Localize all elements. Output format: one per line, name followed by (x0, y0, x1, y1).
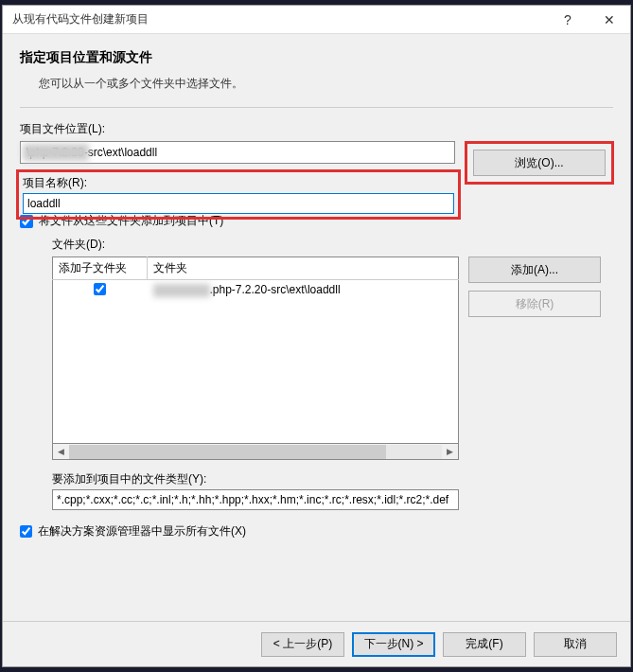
name-highlight: 项目名称(R): (16, 169, 461, 220)
folders-label: 文件夹(D): (52, 237, 613, 253)
titlebar-buttons: ? ✕ (547, 6, 630, 34)
close-button[interactable]: ✕ (589, 6, 630, 34)
col-folder[interactable]: 文件夹 (148, 257, 459, 280)
dialog-window: 从现有代码文件创建新项目 ? ✕ 指定项目位置和源文件 您可以从一个或多个文件夹… (2, 5, 631, 667)
titlebar: 从现有代码文件创建新项目 ? ✕ (3, 6, 630, 34)
finish-button[interactable]: 完成(F) (443, 632, 526, 657)
filetypes-label: 要添加到项目中的文件类型(Y): (52, 471, 613, 487)
table-row[interactable]: .php-7.2.20-src\ext\loaddll (53, 280, 459, 302)
row-checkbox[interactable] (94, 283, 106, 295)
row-path: .php-7.2.20-src\ext\loaddll (210, 283, 341, 296)
name-label: 项目名称(R): (23, 175, 454, 191)
folders-section: 文件夹(D): 添加子文件夹 文件夹 .php- (52, 237, 613, 510)
remove-folder-button[interactable]: 移除(R) (468, 291, 601, 317)
separator (20, 107, 613, 108)
scroll-track[interactable] (69, 445, 442, 459)
dialog-content: 指定项目位置和源文件 您可以从一个或多个文件夹中选择文件。 项目文件位置(L):… (3, 34, 630, 621)
location-label: 项目文件位置(L): (20, 121, 613, 137)
dialog-footer: < 上一步(P) 下一步(N) > 完成(F) 取消 (3, 621, 630, 666)
folders-table[interactable]: 添加子文件夹 文件夹 .php-7.2.20-src\ext\loaddll (52, 256, 459, 444)
folders-row: 添加子文件夹 文件夹 .php-7.2.20-src\ext\loaddll (52, 256, 613, 460)
page-subtitle: 您可以从一个或多个文件夹中选择文件。 (39, 76, 613, 92)
window-title: 从现有代码文件创建新项目 (12, 11, 547, 27)
filetypes-input[interactable] (52, 489, 459, 510)
browse-highlight: 浏览(O)... (465, 141, 614, 185)
scroll-thumb[interactable] (69, 445, 386, 459)
scroll-left-icon[interactable]: ◀ (53, 445, 69, 459)
scroll-right-icon[interactable]: ▶ (442, 445, 458, 459)
show-all-row: 在解决方案资源管理器中显示所有文件(X) (20, 523, 613, 539)
cancel-button[interactable]: 取消 (534, 632, 617, 657)
page-title: 指定项目位置和源文件 (20, 49, 613, 66)
help-button[interactable]: ? (547, 6, 589, 34)
show-all-label: 在解决方案资源管理器中显示所有文件(X) (38, 523, 246, 539)
horizontal-scrollbar[interactable]: ◀ ▶ (52, 444, 459, 460)
redacted-region (23, 144, 89, 161)
redacted-region (153, 284, 210, 297)
show-all-checkbox[interactable] (20, 525, 32, 538)
next-button[interactable]: 下一步(N) > (352, 632, 435, 657)
browse-button[interactable]: 浏览(O)... (473, 150, 606, 176)
prev-button[interactable]: < 上一步(P) (261, 632, 344, 657)
folders-table-wrap: 添加子文件夹 文件夹 .php-7.2.20-src\ext\loaddll (52, 256, 459, 460)
folder-buttons: 添加(A)... 移除(R) (468, 256, 601, 317)
name-input[interactable] (23, 193, 454, 214)
col-add-sub[interactable]: 添加子文件夹 (53, 257, 148, 280)
add-folder-button[interactable]: 添加(A)... (468, 256, 601, 283)
